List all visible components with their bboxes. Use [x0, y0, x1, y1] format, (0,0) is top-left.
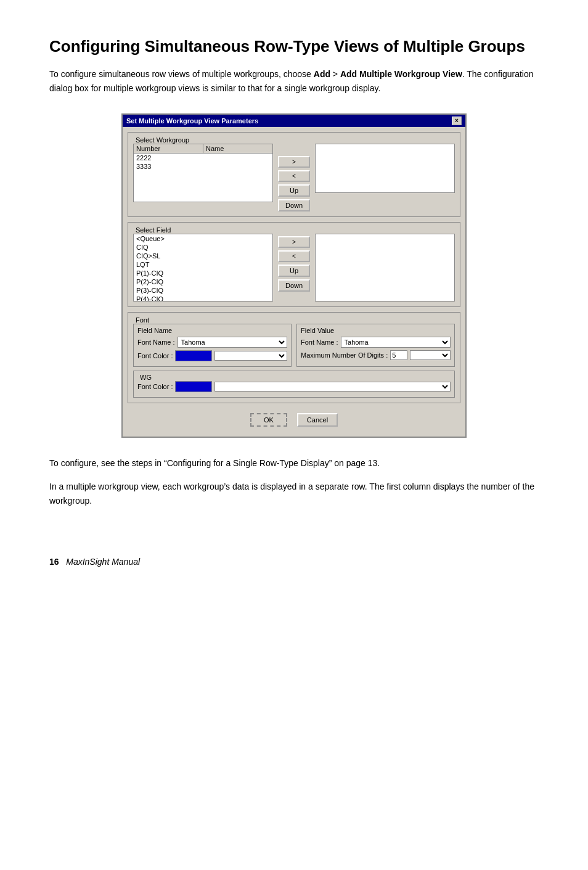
fv-max-digits-row: Maximum Number Of Digits : — [301, 350, 451, 360]
field-add-button[interactable]: > — [278, 236, 310, 248]
font-inner: Field Name Font Name : Tahoma Font Color… — [133, 324, 455, 367]
wg-color-picker[interactable] — [175, 381, 212, 392]
fn-font-color-label: Font Color : — [137, 352, 173, 359]
fn-font-name-row: Font Name : Tahoma — [137, 337, 287, 348]
fv-font-name-label: Font Name : — [301, 339, 338, 346]
wg-font-color-row: Font Color : — [137, 381, 451, 392]
field-remove-button[interactable]: < — [278, 250, 310, 262]
cancel-button[interactable]: Cancel — [297, 413, 338, 427]
wg-left-list-container: Number Name 2222 3333 — [133, 144, 273, 202]
fn-font-name-select[interactable]: Tahoma — [178, 337, 287, 348]
wg-col1-header: Number — [134, 144, 203, 153]
dialog-title: Set Multiple Workgroup View Parameters — [126, 117, 258, 125]
wg-color-select[interactable] — [214, 382, 451, 392]
fv-max-digits-label: Maximum Number Of Digits : — [301, 351, 388, 359]
list-item[interactable]: <Queue> — [134, 234, 272, 243]
intro-sep: > — [330, 69, 340, 79]
wg-down-button[interactable]: Down — [278, 199, 310, 211]
font-group: Font Field Name Font Name : Tahoma Font … — [128, 312, 460, 403]
select-field-group: Select Field <Queue> CIQ CIQ>SL LQT P(1)… — [128, 222, 460, 307]
dialog-box: Set Multiple Workgroup View Parameters ×… — [121, 113, 467, 438]
fn-font-color-row: Font Color : — [137, 350, 287, 361]
field-right-container — [315, 234, 455, 302]
fv-max-digits-input[interactable] — [390, 350, 407, 360]
list-item[interactable]: LQT — [134, 260, 272, 269]
list-item[interactable]: P(2)-CIQ — [134, 277, 272, 286]
page-title: Configuring Simultaneous Row-Type Views … — [49, 37, 539, 56]
wg-font-color-label: Font Color : — [137, 383, 173, 390]
field-row: <Queue> CIQ CIQ>SL LQT P(1)-CIQ P(2)-CIQ… — [133, 234, 455, 302]
intro-bold1: Add — [314, 69, 330, 79]
fv-font-name-select[interactable]: Tahoma — [341, 337, 451, 348]
list-item[interactable]: CIQ>SL — [134, 252, 272, 260]
wg-right-listbox[interactable] — [315, 144, 455, 193]
footer: 16 MaxInSight Manual — [49, 557, 539, 567]
intro-paragraph: To configure simultaneous row views of m… — [49, 67, 539, 95]
wg-add-button[interactable]: > — [278, 156, 310, 168]
list-item[interactable]: 3333 — [134, 162, 272, 171]
fn-color-select[interactable] — [214, 351, 287, 361]
wg-remove-button[interactable]: < — [278, 170, 310, 182]
wg-left-listbox[interactable]: 2222 3333 — [133, 153, 273, 202]
list-item[interactable]: 2222 — [134, 154, 272, 162]
font-legend: Font — [133, 316, 455, 324]
field-down-button[interactable]: Down — [278, 279, 310, 292]
list-item[interactable]: CIQ — [134, 243, 272, 252]
dialog-close-button[interactable]: × — [452, 117, 462, 125]
dialog-body: Select Workgroup Number Name 2222 3333 >… — [123, 127, 465, 437]
select-workgroup-legend: Select Workgroup — [133, 136, 455, 144]
field-left-listbox[interactable]: <Queue> CIQ CIQ>SL LQT P(1)-CIQ P(2)-CIQ… — [133, 234, 273, 302]
fv-font-name-row: Font Name : Tahoma — [301, 337, 451, 348]
ok-button[interactable]: OK — [250, 413, 287, 427]
field-name-font-legend: Field Name — [137, 327, 287, 334]
fn-font-name-label: Font Name : — [137, 339, 175, 346]
select-workgroup-group: Select Workgroup Number Name 2222 3333 >… — [128, 132, 460, 217]
list-item[interactable]: P(1)-CIQ — [134, 269, 272, 277]
intro-bold2: Add Multiple Workgroup View — [340, 69, 462, 79]
wg-list-header: Number Name — [133, 144, 273, 153]
field-name-font-group: Field Name Font Name : Tahoma Font Color… — [133, 324, 292, 367]
fv-digits-select[interactable] — [410, 350, 451, 360]
field-up-button[interactable]: Up — [278, 265, 310, 277]
body-text-1: To configure, see the steps in “Configur… — [49, 456, 539, 470]
select-field-legend: Select Field — [133, 226, 455, 234]
wg-font-legend: WG — [137, 374, 451, 381]
wg-col2-header: Name — [203, 144, 272, 153]
workgroup-row: Number Name 2222 3333 > < Up Down — [133, 144, 455, 211]
field-right-listbox[interactable] — [315, 234, 455, 302]
fn-color-picker[interactable] — [175, 350, 212, 361]
body-text-2: In a multiple workgroup view, each workg… — [49, 480, 539, 507]
dialog-titlebar: Set Multiple Workgroup View Parameters × — [123, 115, 465, 127]
wg-up-button[interactable]: Up — [278, 184, 310, 197]
field-left-container: <Queue> CIQ CIQ>SL LQT P(1)-CIQ P(2)-CIQ… — [133, 234, 273, 302]
field-transfer-buttons: > < Up Down — [278, 234, 310, 292]
intro-text-start: To configure simultaneous row views of m… — [49, 69, 314, 79]
list-item[interactable]: P(3)-CIQ — [134, 286, 272, 295]
page-number: 16 — [49, 557, 59, 567]
dialog-buttons: OK Cancel — [128, 408, 460, 432]
manual-title: MaxInSight Manual — [66, 557, 140, 567]
wg-right-list-container — [315, 144, 455, 193]
wg-font-group: WG Font Color : — [133, 371, 455, 398]
wg-transfer-buttons: > < Up Down — [278, 144, 310, 211]
field-value-font-legend: Field Value — [301, 327, 451, 334]
list-item[interactable]: P(4)-CIQ — [134, 295, 272, 302]
field-value-font-group: Field Value Font Name : Tahoma Maximum N… — [296, 324, 455, 367]
